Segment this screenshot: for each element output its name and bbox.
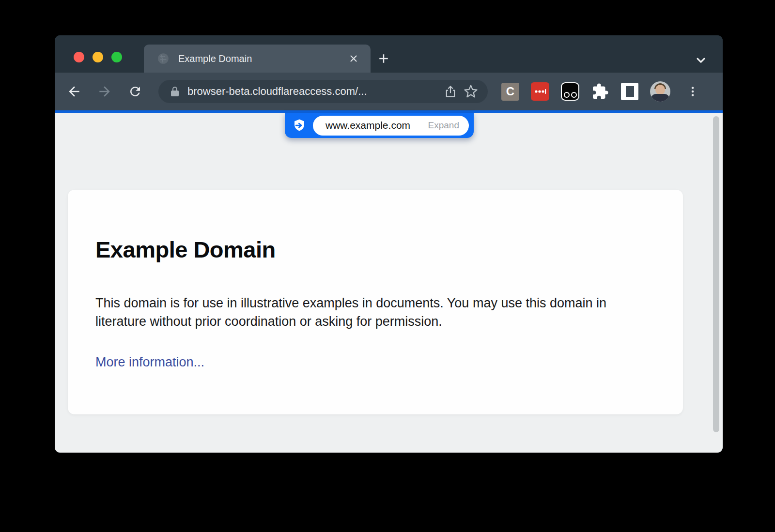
lastpass-extension-icon[interactable] <box>531 82 549 101</box>
toolbar: browser-beta.cloudflareaccess.com/... C <box>55 73 723 110</box>
globe-favicon-icon <box>157 52 170 65</box>
extensions-area: C <box>501 81 702 102</box>
page-paragraph: This domain is for use in illustrative e… <box>95 294 652 331</box>
isolation-domain-pill[interactable]: www.example.com Expand <box>285 113 474 138</box>
tab-close-icon[interactable] <box>345 50 362 67</box>
profile-avatar[interactable] <box>650 81 670 102</box>
browser-window: Example Domain <box>55 35 723 453</box>
bookmark-star-icon[interactable] <box>461 81 481 102</box>
puzzle-extensions-icon[interactable] <box>591 82 609 101</box>
binoculars-extension-icon[interactable] <box>561 82 579 101</box>
new-tab-button[interactable] <box>375 50 392 67</box>
fullscreen-window-button[interactable] <box>111 52 122 62</box>
tab-search-chevron-icon[interactable] <box>692 53 710 67</box>
more-information-link[interactable]: More information... <box>95 355 204 370</box>
forward-button[interactable] <box>93 80 116 103</box>
minimize-window-button[interactable] <box>93 52 103 62</box>
reload-button[interactable] <box>124 80 146 103</box>
page-title: Example Domain <box>95 236 654 263</box>
isolation-domain-field[interactable]: www.example.com Expand <box>313 116 469 136</box>
url-text[interactable]: browser-beta.cloudflareaccess.com/... <box>187 85 440 98</box>
lock-icon <box>169 86 181 97</box>
isolated-domain-text: www.example.com <box>326 120 410 131</box>
tab-title: Example Domain <box>178 53 345 64</box>
expand-button[interactable]: Expand <box>428 120 459 131</box>
address-bar[interactable]: browser-beta.cloudflareaccess.com/... <box>158 80 488 103</box>
extension-c-icon[interactable]: C <box>501 83 519 101</box>
page-viewport: www.example.com Expand Example Domain Th… <box>55 113 723 453</box>
desktop-background: Example Domain <box>0 0 775 532</box>
close-window-button[interactable] <box>74 52 84 62</box>
vertical-scrollbar[interactable] <box>713 116 719 432</box>
shield-arrow-icon <box>292 118 307 133</box>
window-controls <box>74 52 122 62</box>
tab-strip: Example Domain <box>55 35 723 73</box>
back-button[interactable] <box>63 80 85 103</box>
tab-example-domain[interactable]: Example Domain <box>144 45 371 73</box>
browser-menu-icon[interactable] <box>683 82 702 101</box>
share-icon[interactable] <box>440 81 461 102</box>
sidebar-frame-icon[interactable] <box>621 83 638 100</box>
content-card: Example Domain This domain is for use in… <box>68 190 683 414</box>
